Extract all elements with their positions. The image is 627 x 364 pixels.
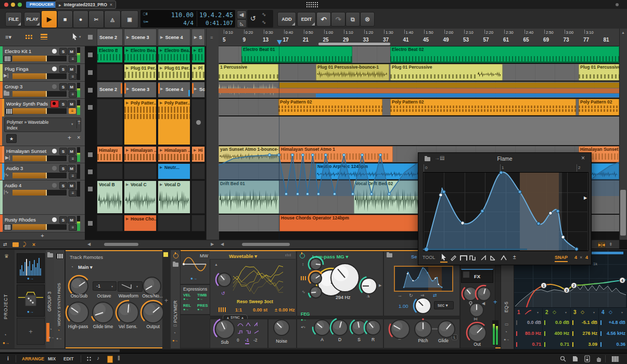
file-browser-icon[interactable] — [572, 356, 578, 362]
eq-band-q-value[interactable]: 0.36 — [602, 342, 625, 347]
info-icon[interactable]: i — [7, 356, 9, 361]
vscroll-thumb[interactable] — [620, 190, 626, 236]
record-button[interactable]: ● — [73, 10, 88, 28]
io-meter-icon: ⇅▬ — [143, 20, 148, 24]
view-tab-arrange[interactable]: ARRANGE — [22, 357, 44, 361]
groove-button[interactable]: ✂ — [88, 10, 104, 28]
traffic-zoom-button[interactable] — [18, 3, 22, 7]
flame-plusminus-icon[interactable]: ± — [513, 254, 516, 260]
eq-band-number[interactable]: 4 — [602, 309, 605, 315]
eq-band-freq-value[interactable]: 4.56 kHz — [602, 331, 625, 336]
display-profile-button[interactable]: ▣ — [121, 10, 138, 28]
eq-band-freq-value[interactable]: 276 Hz — [573, 331, 597, 336]
flame-tool-buttons[interactable]: ± — [439, 251, 533, 265]
punch-in-button[interactable]: ◂▮ — [237, 10, 247, 19]
eq-band-q-value[interactable]: 0.71 — [545, 342, 569, 347]
device-hscroll-thumb[interactable] — [0, 349, 120, 352]
eq-band-gain-value[interactable]: 0.0 dB — [545, 320, 569, 325]
device-panel-toggle-icon[interactable] — [107, 356, 113, 363]
file-button[interactable]: FILE — [5, 12, 22, 27]
time-signature[interactable]: 4/4 — [157, 20, 194, 26]
eq-band-q-value[interactable]: 0.71 — [517, 342, 541, 347]
copy-button[interactable]: ⧉ — [346, 12, 360, 27]
eq-band-bell-icon[interactable]: ◇ — [581, 309, 584, 315]
eq-band-hp-icon — [524, 309, 532, 315]
loop-cluster: ↺ ∿ ∿ — [247, 10, 273, 28]
eq-band-dropdown[interactable]: ▾ — [565, 310, 567, 314]
flame-ruler-tick — [577, 164, 577, 172]
flame-snap-x[interactable]: 4 — [574, 255, 577, 260]
traffic-close-button[interactable] — [4, 3, 8, 7]
zoom-grid-icon[interactable]: ⇞ — [609, 242, 613, 247]
device-knob-label: Out — [459, 342, 495, 347]
search-icon[interactable] — [560, 356, 566, 362]
flame-ruler-tick — [424, 164, 424, 172]
flame-zoom-strip[interactable] — [423, 249, 527, 250]
tab-close-icon[interactable]: × — [110, 2, 112, 7]
flame-close-icon[interactable]: × — [581, 155, 585, 161]
eq-band-dropdown[interactable]: ▾ — [537, 310, 539, 314]
loop-toggle-icon[interactable]: ↺ — [250, 15, 256, 22]
play-button[interactable]: ▶ — [41, 10, 57, 28]
eq-band-gain-value[interactable]: +4.8 dB — [602, 320, 625, 325]
device-knob-label: R — [355, 337, 391, 342]
flame-square-tool-icon[interactable] — [460, 255, 467, 261]
hand-tool-icon[interactable] — [596, 356, 602, 362]
eq-band-dropdown[interactable]: ▾ — [621, 310, 623, 314]
flame-pencil-tool-icon — [451, 254, 456, 260]
fill-mode-icon[interactable]: ∿ — [262, 12, 266, 17]
statusbar-divider3 — [605, 355, 606, 362]
automation-follow-icon[interactable] — [86, 356, 92, 361]
svg-text:3: 3 — [566, 289, 568, 292]
tempo-value[interactable]: 110.00 — [157, 12, 194, 18]
delete-button[interactable]: ⊗ — [360, 12, 375, 27]
eq-band-freq-value[interactable]: 80.0 Hz — [517, 331, 541, 336]
flame-snap-y[interactable]: 4 — [585, 255, 588, 260]
mixer-panel-toggle-icon[interactable]: ⫼ — [118, 356, 121, 361]
speaker-icon[interactable] — [584, 355, 590, 362]
eq-band-freq-value[interactable]: 400 Hz — [545, 331, 569, 336]
eq-band-gain-value[interactable]: 0.0 dB — [517, 320, 541, 325]
flame-curve-area[interactable]: 012▶ — [418, 164, 591, 251]
eq-band-bell-icon[interactable]: ◇ — [553, 309, 556, 315]
flame-snap-label[interactable]: SNAP — [555, 255, 568, 262]
punch-out-button[interactable]: ◺ — [237, 19, 247, 28]
eq-band-number[interactable]: 2 — [545, 309, 548, 315]
flame-tool-label: TOOL — [423, 255, 435, 260]
view-tab-mix[interactable]: MIX — [48, 357, 56, 361]
eq-band-number[interactable]: 1 — [517, 309, 520, 315]
titlebar: PRODUCER ▶ Integrated2023_PRO × — [0, 0, 627, 9]
redo-button[interactable]: ↷ — [331, 12, 346, 27]
flame-zoom-dot[interactable] — [425, 248, 428, 251]
shuffle-mode-icon[interactable]: ∿ — [262, 20, 266, 25]
add-button[interactable]: ADD — [277, 12, 296, 27]
position-beats[interactable]: 19.4.2.45 — [198, 12, 233, 18]
position-time[interactable]: 0:41.107 — [198, 20, 233, 26]
eq-band-dropdown[interactable]: ▾ — [593, 310, 595, 314]
eq-band-gain-value[interactable]: -5.1 dB — [573, 320, 597, 325]
edit-button[interactable]: EDIT — [297, 12, 316, 27]
project-tab[interactable]: ▶ Integrated2023_PRO × — [55, 1, 116, 9]
metronome-button[interactable]: ◬ — [104, 10, 121, 28]
zoom-fit-icon[interactable]: ▶|◀ — [597, 241, 606, 248]
flame-cursor-tool-icon — [441, 254, 446, 260]
undo-button[interactable]: ↶ — [316, 12, 331, 27]
vscroll-up-icon[interactable]: ▲ — [621, 31, 625, 34]
flame-title: Flame — [418, 156, 591, 162]
flame-ruler-label: 1 — [502, 165, 504, 170]
svg-text:2: 2 — [573, 284, 575, 288]
tab-play-icon: ▶ — [59, 3, 61, 7]
play-menu-button[interactable]: PLAY — [24, 12, 41, 27]
eq-band-bell-icon[interactable]: ◇ — [609, 309, 612, 315]
eq-band-number[interactable]: 3 — [573, 309, 577, 315]
cpu-meter-icon: ▢▮ — [143, 12, 148, 16]
arranger-scroll-left[interactable]: ◀ — [221, 242, 224, 246]
flame-ruler-tick — [500, 164, 501, 172]
piano-panel-icon[interactable] — [611, 356, 619, 362]
traffic-minimize-button[interactable] — [11, 3, 15, 7]
eq-band-q-value[interactable]: 3.09 — [573, 342, 597, 347]
view-tab-edit[interactable]: EDIT — [63, 357, 73, 361]
stop-button[interactable]: ■ — [57, 10, 73, 28]
arranger-scrollbar[interactable] — [242, 243, 290, 246]
note-io-icon[interactable]: ♪ — [97, 356, 99, 361]
